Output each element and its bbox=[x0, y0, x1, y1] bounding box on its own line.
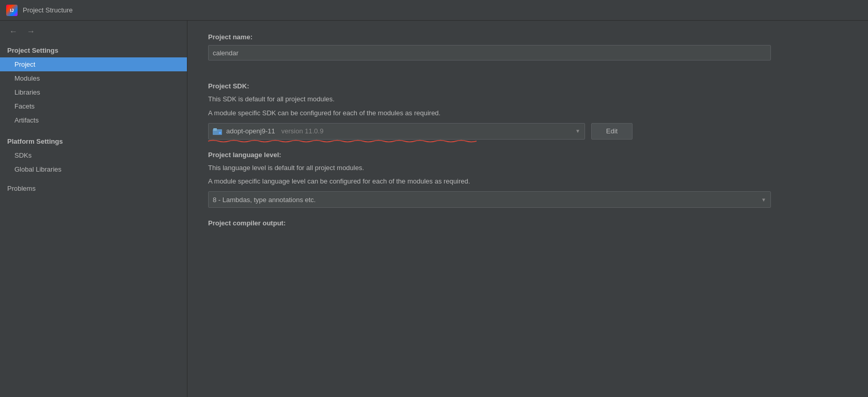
language-dropdown-arrow: ▼ bbox=[761, 197, 766, 203]
sdk-row: adopt-openj9-11 version 11.0.9 ▼ Edit bbox=[208, 123, 847, 140]
edit-button[interactable]: Edit bbox=[591, 123, 633, 140]
sidebar-item-project[interactable]: Project bbox=[0, 57, 187, 71]
sidebar-item-sdks[interactable]: SDKs bbox=[0, 148, 187, 162]
forward-button[interactable]: → bbox=[25, 26, 37, 37]
sidebar-item-facets-label: Facets bbox=[14, 102, 35, 110]
red-wavy-underline bbox=[208, 140, 477, 143]
sidebar-item-sdks-label: SDKs bbox=[14, 151, 31, 159]
platform-settings-header: Platform Settings bbox=[0, 133, 187, 148]
sdk-dropdown-left: adopt-openj9-11 version 11.0.9 bbox=[213, 127, 323, 135]
sidebar-item-global-libraries-label: Global Libraries bbox=[14, 165, 61, 173]
project-sdk-desc2: A module specific SDK can be configured … bbox=[208, 108, 847, 119]
sidebar-item-problems-label: Problems bbox=[7, 185, 36, 192]
svg-point-3 bbox=[219, 132, 221, 134]
project-sdk-desc1: This SDK is default for all project modu… bbox=[208, 94, 847, 105]
project-sdk-label: Project SDK: bbox=[208, 82, 847, 90]
sdk-dropdown-arrow: ▼ bbox=[575, 128, 580, 134]
project-compiler-output-section: Project compiler output: bbox=[208, 219, 847, 227]
window: IJ Project Structure ← → Project Setting… bbox=[0, 0, 868, 397]
project-name-label: Project name: bbox=[208, 33, 847, 41]
project-settings-header: Project Settings bbox=[0, 42, 187, 57]
compiler-output-label: Project compiler output: bbox=[208, 219, 847, 227]
sidebar-item-modules-label: Modules bbox=[14, 74, 40, 82]
sidebar-item-problems[interactable]: Problems bbox=[0, 181, 187, 195]
sdk-dropdown[interactable]: adopt-openj9-11 version 11.0.9 ▼ bbox=[208, 123, 585, 140]
main-content: Project name: Project SDK: This SDK is d… bbox=[187, 21, 868, 397]
project-name-input[interactable] bbox=[208, 45, 771, 60]
sdk-version: version 11.0.9 bbox=[281, 127, 324, 135]
back-button[interactable]: ← bbox=[7, 26, 20, 37]
folder-icon bbox=[213, 128, 222, 135]
app-logo: IJ bbox=[6, 5, 18, 16]
nav-arrows: ← → bbox=[0, 21, 187, 42]
sidebar-item-libraries[interactable]: Libraries bbox=[0, 85, 187, 99]
language-level-desc2: A module specific language level can be … bbox=[208, 176, 847, 187]
project-name-section: Project name: bbox=[208, 33, 847, 71]
sidebar-item-artifacts[interactable]: Artifacts bbox=[0, 113, 187, 127]
language-level-dropdown[interactable]: 8 - Lambdas, type annotations etc. ▼ bbox=[208, 191, 771, 208]
language-level-value: 8 - Lambdas, type annotations etc. bbox=[213, 196, 315, 204]
sidebar: ← → Project Settings Project Modules Lib… bbox=[0, 21, 187, 397]
sidebar-item-modules[interactable]: Modules bbox=[0, 71, 187, 85]
content-area: ← → Project Settings Project Modules Lib… bbox=[0, 21, 868, 397]
language-level-label: Project language level: bbox=[208, 151, 847, 159]
sidebar-item-libraries-label: Libraries bbox=[14, 88, 40, 96]
project-sdk-section: Project SDK: This SDK is default for all… bbox=[208, 82, 847, 140]
window-title: Project Structure bbox=[23, 6, 73, 14]
sidebar-item-project-label: Project bbox=[14, 60, 35, 68]
sidebar-item-global-libraries[interactable]: Global Libraries bbox=[0, 162, 187, 176]
svg-rect-1 bbox=[213, 128, 217, 131]
sdk-name: adopt-openj9-11 bbox=[226, 127, 275, 135]
sidebar-item-artifacts-label: Artifacts bbox=[14, 116, 39, 124]
sidebar-item-facets[interactable]: Facets bbox=[0, 99, 187, 113]
project-language-level-section: Project language level: This language le… bbox=[208, 151, 847, 208]
language-level-desc1: This language level is default for all p… bbox=[208, 163, 847, 174]
title-bar: IJ Project Structure bbox=[0, 0, 868, 21]
